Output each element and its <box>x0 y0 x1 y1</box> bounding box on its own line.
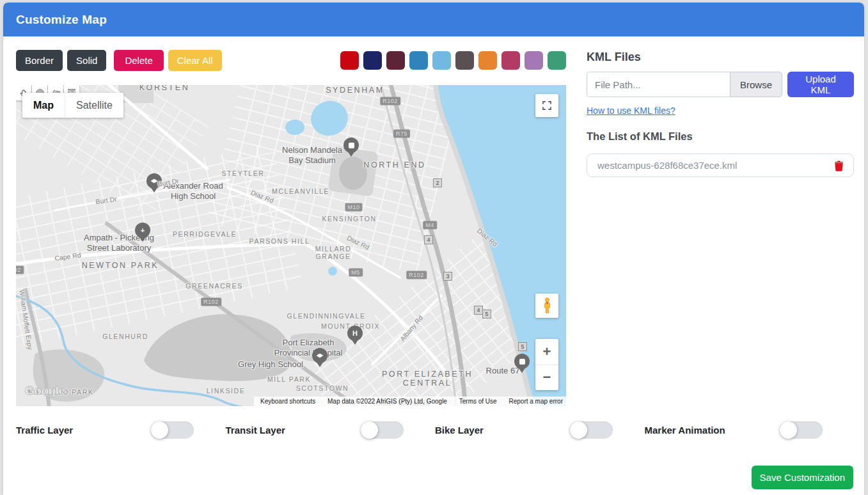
exit-badge: 5 <box>482 310 491 318</box>
customize-map-window: Customize Map Border Solid Delete Clear … <box>3 3 864 495</box>
map-type-map-button[interactable]: Map <box>22 93 65 118</box>
stadium-pin-icon <box>343 138 359 153</box>
traffic-layer-label: Traffic Layer <box>16 425 73 436</box>
kml-file-row: westcampus-628f68ce37ece.kml <box>587 153 854 177</box>
school-pin-icon <box>146 173 162 189</box>
color-swatch-green[interactable] <box>548 51 566 70</box>
route-shield: R75 <box>393 130 410 138</box>
marker-animation-label: Marker Animation <box>645 425 725 436</box>
color-swatch-orange[interactable] <box>478 51 497 70</box>
switch-knob <box>151 421 168 439</box>
layer-toggles: Traffic Layer Transit Layer Bike Layer M… <box>16 419 854 441</box>
map-base-art <box>16 85 566 406</box>
route-shield: R102 <box>16 266 24 274</box>
bike-layer-switch[interactable] <box>570 421 613 439</box>
route-shield: M10 <box>345 203 362 212</box>
map-data-credit: Map data ©2022 AfriGIS (Pty) Ltd, Google <box>327 398 447 405</box>
zoom-control: + − <box>535 339 558 390</box>
bike-layer-label: Bike Layer <box>435 425 484 436</box>
traffic-layer-toggle-item: Traffic Layer <box>16 419 194 441</box>
browse-button[interactable]: Browse <box>730 72 782 97</box>
zoom-out-button[interactable]: − <box>535 365 558 391</box>
delete-kml-trash-icon[interactable] <box>833 160 844 171</box>
marker-animation-toggle-item: Marker Animation <box>645 419 823 441</box>
draw-style-toolbar: Border Solid Delete Clear All <box>16 50 566 71</box>
route-shield: R102 <box>406 271 427 279</box>
pegman-icon <box>542 297 553 314</box>
map-attribution: Keyboard shortcuts Map data ©2022 AfriGI… <box>254 397 566 406</box>
color-swatch-lightblue[interactable] <box>432 51 451 70</box>
zoom-in-button[interactable]: + <box>535 339 558 365</box>
kml-file-name: westcampus-628f68ce37ece.kml <box>597 160 833 171</box>
kml-list-heading: The List of KML Files <box>587 130 854 143</box>
kml-help-link[interactable]: How to use KML files? <box>587 106 675 116</box>
school-pin-icon <box>312 348 327 363</box>
route-shield: M5 <box>349 269 363 277</box>
museum-pin-icon <box>514 354 530 369</box>
exit-badge: 4 <box>424 235 433 244</box>
hospital-pin-icon: H <box>347 326 363 341</box>
color-swatch-navy[interactable] <box>363 51 382 70</box>
pegman-streetview-control[interactable] <box>535 294 558 318</box>
transit-layer-label: Transit Layer <box>226 425 285 436</box>
color-swatch-red[interactable] <box>340 51 359 70</box>
fullscreen-button[interactable] <box>535 94 558 117</box>
exit-badge: 3 <box>443 272 452 281</box>
exit-badge: 2 <box>433 178 442 187</box>
delete-button[interactable]: Delete <box>114 50 163 71</box>
exit-badge: 5 <box>518 342 527 351</box>
exit-badge: 4 <box>474 306 483 315</box>
window-header: Customize Map <box>3 3 864 36</box>
page-title: Customize Map <box>16 13 107 27</box>
color-swatch-blue[interactable] <box>409 51 428 70</box>
color-swatch-gray[interactable] <box>455 51 474 70</box>
map-canvas[interactable]: KORSTEN SYDENHAM NORTH END STEYTLER MCLE… <box>16 85 566 406</box>
keyboard-shortcuts-link[interactable]: Keyboard shortcuts <box>260 398 315 405</box>
color-swatch-raspberry[interactable] <box>501 51 520 70</box>
switch-knob <box>361 421 378 439</box>
route-shield: R102 <box>380 97 400 106</box>
border-button[interactable]: Border <box>16 50 63 71</box>
save-customization-button[interactable]: Save Customization <box>752 466 853 489</box>
solid-button[interactable]: Solid <box>67 50 106 71</box>
report-map-error-link[interactable]: Report a map error <box>509 398 562 405</box>
lab-pin-icon: + <box>135 223 150 238</box>
marker-animation-switch[interactable] <box>780 421 823 439</box>
upload-kml-button[interactable]: Upload KML <box>787 72 854 97</box>
transit-layer-switch[interactable] <box>361 421 404 439</box>
color-swatch-maroon[interactable] <box>386 51 405 70</box>
kml-panel: KML Files Browse Upload KML How to use K… <box>587 50 854 406</box>
traffic-layer-switch[interactable] <box>151 421 194 439</box>
fullscreen-icon <box>541 100 553 111</box>
file-path-input[interactable] <box>587 72 730 97</box>
kml-upload-group: Browse Upload KML <box>587 72 854 97</box>
bike-layer-toggle-item: Bike Layer <box>435 419 613 441</box>
switch-knob <box>780 421 797 439</box>
kml-files-heading: KML Files <box>587 51 854 64</box>
map-type-satellite-button[interactable]: Satellite <box>65 93 123 118</box>
clear-all-button[interactable]: Clear All <box>168 50 222 71</box>
transit-layer-toggle-item: Transit Layer <box>226 419 404 441</box>
map-type-control: Map Satellite <box>22 93 123 118</box>
terms-of-use-link[interactable]: Terms of Use <box>459 398 497 405</box>
google-logo: Google <box>25 384 65 398</box>
color-swatch-purple[interactable] <box>525 51 543 70</box>
color-palette <box>340 51 566 70</box>
route-shield: M4 <box>423 221 437 230</box>
route-shield: R102 <box>201 298 221 306</box>
switch-knob <box>570 421 587 439</box>
